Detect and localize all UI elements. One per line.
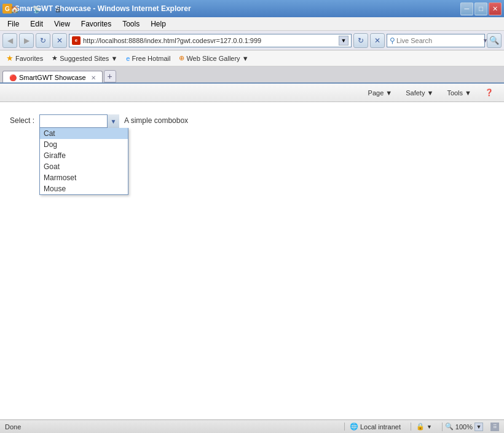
tab-smartgwt[interactable]: 🔴 SmartGWT Showcase ✕ <box>2 71 103 82</box>
menu-file[interactable]: File <box>2 18 24 30</box>
dropdown-item-marmoset[interactable]: Marmoset <box>40 172 128 183</box>
refresh2-button[interactable]: ↻ <box>353 33 368 48</box>
hotmail-label: Free Hotmail <box>132 55 170 62</box>
favorites-bar: ★ Favorites ★ Suggested Sites ▼ e Free H… <box>0 50 504 66</box>
window-controls: ─ □ ✕ <box>460 2 502 15</box>
suggested-label: Suggested Sites ▼ <box>60 55 117 62</box>
hint-text: A simple combobox <box>124 114 188 125</box>
maximize-button[interactable]: □ <box>474 2 487 15</box>
home-icon: 🏠 <box>10 6 19 14</box>
safety-menu-button[interactable]: Safety ▼ <box>400 87 439 98</box>
dropdown-item-goat[interactable]: Goat <box>40 161 128 172</box>
dropdown-item-mouse[interactable]: Mouse <box>40 183 128 194</box>
webslice-icon: ⊕ <box>179 54 184 62</box>
menu-bar: File Edit View Favorites Tools Help <box>0 17 504 31</box>
search-input[interactable] <box>396 37 481 44</box>
print-button[interactable]: 🖨 <box>49 4 67 15</box>
hotmail-icon: e <box>126 55 130 62</box>
search-go-button[interactable]: 🔍 <box>487 33 502 48</box>
title-bar: G SmartGWT Showcase - Windows Internet E… <box>0 0 504 17</box>
content-area: Select : ▼ Cat Dog Giraffe Goat Marmoset… <box>0 102 504 419</box>
toolbar: 🏠 📡 🖨 Page ▼ Safety ▼ Tools ▼ ❓ <box>0 84 504 102</box>
address-dropdown-btn[interactable]: ▼ <box>339 36 348 46</box>
menu-tools[interactable]: Tools <box>117 18 144 30</box>
dropdown-item-dog[interactable]: Dog <box>40 139 128 150</box>
rss-button[interactable]: 📡 <box>27 4 47 15</box>
help-button[interactable]: ❓ <box>479 87 499 98</box>
select-row: Select : ▼ Cat Dog Giraffe Goat Marmoset… <box>10 114 494 128</box>
menu-favorites[interactable]: Favorites <box>76 18 116 30</box>
suggested-icon: ★ <box>52 54 58 62</box>
menu-help[interactable]: Help <box>146 18 171 30</box>
menu-view[interactable]: View <box>49 18 75 30</box>
suggested-sites[interactable]: ★ Suggested Sites ▼ <box>49 53 120 63</box>
address-bar: ◀ ▶ ↻ ✕ e ▼ ↻ ✕ ⚲ ▼ 🔍 <box>0 31 504 50</box>
dropdown-list: Cat Dog Giraffe Goat Marmoset Mouse <box>39 128 128 195</box>
search-icon: ⚲ <box>390 36 395 45</box>
tab-bar: 🔴 SmartGWT Showcase ✕ + <box>0 66 504 84</box>
forward-button[interactable]: ▶ <box>19 33 34 48</box>
page-menu-button[interactable]: Page ▼ <box>363 87 398 98</box>
favorites-button[interactable]: ★ Favorites <box>4 52 45 64</box>
address-input[interactable] <box>83 37 336 44</box>
web-slice-gallery[interactable]: ⊕ Web Slice Gallery ▼ <box>176 53 251 63</box>
combobox-arrow[interactable]: ▼ <box>107 114 119 128</box>
close-button[interactable]: ✕ <box>489 2 502 15</box>
window-title: SmartGWT Showcase - Windows Internet Exp… <box>15 4 458 13</box>
rss-icon: 📡 <box>33 6 41 14</box>
favorites-label: Favorites <box>15 55 43 62</box>
stop2-button[interactable]: ✕ <box>370 33 385 48</box>
dropdown-item-giraffe[interactable]: Giraffe <box>40 150 128 161</box>
webslice-label: Web Slice Gallery ▼ <box>186 55 248 62</box>
back-button[interactable]: ◀ <box>2 33 17 48</box>
search-wrap: ⚲ ▼ <box>387 34 485 47</box>
tab-close-icon[interactable]: ✕ <box>91 74 96 81</box>
minimize-button[interactable]: ─ <box>460 2 473 15</box>
address-input-wrap: e ▼ <box>69 34 352 47</box>
tab-favicon: 🔴 <box>9 74 17 81</box>
refresh-button[interactable]: ↻ <box>36 33 50 48</box>
print-icon: 🖨 <box>55 6 61 13</box>
menu-edit[interactable]: Edit <box>25 18 48 30</box>
new-tab-button[interactable]: + <box>104 70 116 82</box>
combobox-wrap: ▼ Cat Dog Giraffe Goat Marmoset Mouse <box>39 114 119 128</box>
page-icon: e <box>72 36 81 45</box>
select-label: Select : <box>10 114 34 125</box>
tools-menu-button[interactable]: Tools ▼ <box>441 87 477 98</box>
free-hotmail[interactable]: e Free Hotmail <box>124 54 173 63</box>
home-button[interactable]: 🏠 <box>5 4 25 15</box>
star-icon: ★ <box>6 54 14 63</box>
dropdown-item-cat[interactable]: Cat <box>40 128 128 139</box>
stop-button[interactable]: ✕ <box>52 33 67 48</box>
tab-label: SmartGWT Showcase <box>19 74 86 81</box>
